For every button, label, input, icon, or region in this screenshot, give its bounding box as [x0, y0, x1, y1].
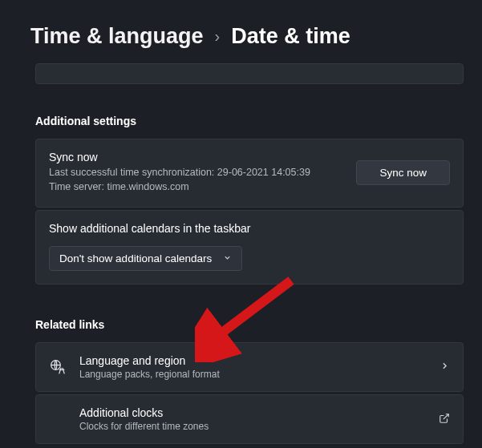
open-external-icon	[439, 413, 450, 426]
breadcrumb-current: Date & time	[231, 24, 350, 49]
card-placeholder	[35, 63, 464, 84]
link-language-sub: Language packs, regional format	[79, 369, 427, 380]
link-additional-clocks[interactable]: Additional clocks Clocks for different t…	[35, 394, 464, 444]
calendars-label: Show additional calendars in the taskbar	[49, 222, 450, 235]
sync-title: Sync now	[49, 151, 310, 163]
card-additional-calendars: Show additional calendars in the taskbar…	[35, 210, 464, 285]
link-clocks-title: Additional clocks	[79, 406, 426, 419]
chevron-down-icon	[223, 253, 232, 264]
calendars-selected: Don't show additional calendars	[59, 252, 212, 264]
chevron-right-icon	[439, 361, 450, 373]
breadcrumb-parent[interactable]: Time & language	[30, 24, 204, 49]
svg-line-1	[444, 414, 448, 419]
globe-translate-icon	[49, 359, 67, 375]
chevron-right-icon: ›	[215, 27, 221, 46]
sync-last-line: Last successful time synchronization: 29…	[49, 165, 310, 180]
card-sync-now: Sync now Last successful time synchroniz…	[35, 139, 464, 208]
section-additional-settings: Additional settings	[35, 115, 464, 127]
link-clocks-sub: Clocks for different time zones	[79, 421, 426, 432]
link-language-title: Language and region	[79, 354, 427, 367]
sync-server-line: Time server: time.windows.com	[49, 180, 310, 194]
link-language-and-region[interactable]: Language and region Language packs, regi…	[35, 342, 464, 392]
sync-now-button[interactable]: Sync now	[356, 160, 450, 185]
section-related-links: Related links	[35, 318, 464, 331]
calendars-dropdown[interactable]: Don't show additional calendars	[49, 246, 242, 271]
breadcrumb: Time & language › Date & time	[0, 0, 482, 49]
